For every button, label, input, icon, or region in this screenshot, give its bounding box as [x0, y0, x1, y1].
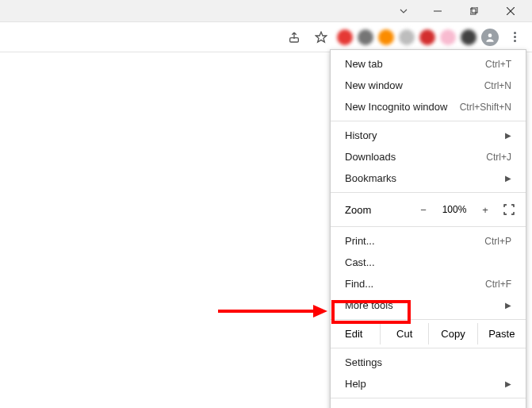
fullscreen-button[interactable]: [500, 201, 518, 218]
zoom-in-button[interactable]: +: [477, 201, 494, 218]
zoom-out-button[interactable]: −: [415, 201, 432, 218]
menu-item-history[interactable]: History ▶: [331, 125, 526, 146]
maximize-button[interactable]: [456, 0, 492, 22]
menu-item-help[interactable]: Help ▶: [331, 373, 526, 395]
menu-item-shortcut: Ctrl+Shift+N: [460, 102, 511, 113]
svg-rect-1: [470, 9, 476, 14]
svg-rect-2: [472, 7, 477, 13]
menu-item-shortcut: Ctrl+T: [485, 59, 511, 70]
edit-label: Edit: [331, 323, 380, 344]
zoom-label: Zoom: [345, 204, 408, 216]
menu-item-label: Downloads: [345, 151, 396, 163]
svg-marker-9: [313, 305, 327, 318]
svg-point-7: [488, 33, 492, 37]
menu-item-label: More tools: [345, 299, 393, 311]
menu-item-shortcut: Ctrl+P: [484, 236, 511, 247]
browser-toolbar: [0, 22, 532, 52]
extension-icon[interactable]: [440, 29, 456, 45]
menu-item-find[interactable]: Find... Ctrl+F: [331, 273, 526, 294]
menu-separator: [331, 398, 526, 398]
menu-item-shortcut: Ctrl+J: [486, 152, 511, 163]
menu-item-shortcut: Ctrl+F: [485, 279, 511, 290]
submenu-arrow-icon: ▶: [505, 301, 511, 310]
bookmark-star-icon[interactable]: [310, 26, 332, 48]
menu-item-label: Find...: [345, 278, 373, 290]
menu-item-new-incognito[interactable]: New Incognito window Ctrl+Shift+N: [331, 96, 526, 117]
submenu-arrow-icon: ▶: [505, 131, 511, 140]
edit-copy-button[interactable]: Copy: [428, 323, 477, 344]
edit-paste-button[interactable]: Paste: [477, 323, 526, 344]
menu-item-new-window[interactable]: New window Ctrl+N: [331, 75, 526, 96]
extension-icon[interactable]: [358, 29, 373, 45]
annotation-arrow-icon: [218, 303, 329, 319]
extension-icon[interactable]: [378, 29, 394, 45]
menu-item-downloads[interactable]: Downloads Ctrl+J: [331, 146, 526, 167]
menu-item-new-tab[interactable]: New tab Ctrl+T: [331, 53, 526, 75]
menu-item-cast[interactable]: Cast...: [331, 252, 526, 273]
menu-item-label: History: [345, 129, 377, 141]
edit-cut-button[interactable]: Cut: [380, 323, 428, 344]
menu-item-label: Bookmarks: [345, 172, 396, 184]
menu-item-label: Print...: [345, 235, 375, 247]
menu-item-shortcut: Ctrl+N: [484, 80, 511, 91]
chrome-menu-button[interactable]: [503, 26, 526, 48]
extension-icon[interactable]: [419, 29, 435, 45]
menu-separator: [331, 319, 526, 320]
window-titlebar: [0, 0, 532, 22]
menu-item-bookmarks[interactable]: Bookmarks ▶: [331, 167, 526, 189]
menu-item-print[interactable]: Print... Ctrl+P: [331, 230, 526, 252]
menu-item-label: Cast...: [345, 256, 375, 268]
menu-separator: [331, 192, 526, 193]
menu-separator: [331, 121, 526, 121]
menu-item-label: Settings: [345, 356, 382, 368]
menu-item-settings[interactable]: Settings: [331, 352, 526, 373]
menu-item-more-tools[interactable]: More tools ▶: [331, 294, 526, 316]
menu-separator: [331, 348, 526, 348]
extension-icon[interactable]: [399, 29, 415, 45]
menu-item-label: New window: [345, 79, 403, 91]
chrome-main-menu: New tab Ctrl+T New window Ctrl+N New Inc…: [330, 49, 526, 408]
extension-icon[interactable]: [461, 29, 477, 45]
menu-item-zoom: Zoom − 100% +: [331, 196, 526, 223]
profile-avatar-icon[interactable]: [481, 29, 499, 46]
menu-separator: [331, 226, 526, 227]
minimize-button[interactable]: [419, 0, 456, 22]
svg-marker-6: [316, 32, 326, 42]
submenu-arrow-icon: ▶: [505, 379, 511, 388]
tab-dropdown-icon[interactable]: [388, 6, 419, 16]
menu-item-label: New Incognito window: [345, 101, 447, 113]
zoom-percent: 100%: [438, 204, 470, 215]
menu-item-edit-row: Edit Cut Copy Paste: [331, 323, 526, 344]
extension-icon[interactable]: [337, 29, 353, 45]
share-icon[interactable]: [283, 26, 305, 48]
close-button[interactable]: [492, 0, 529, 22]
submenu-arrow-icon: ▶: [505, 174, 511, 183]
menu-item-exit[interactable]: Exit: [331, 402, 526, 408]
menu-item-label: Help: [345, 378, 366, 390]
menu-item-label: New tab: [345, 58, 383, 70]
